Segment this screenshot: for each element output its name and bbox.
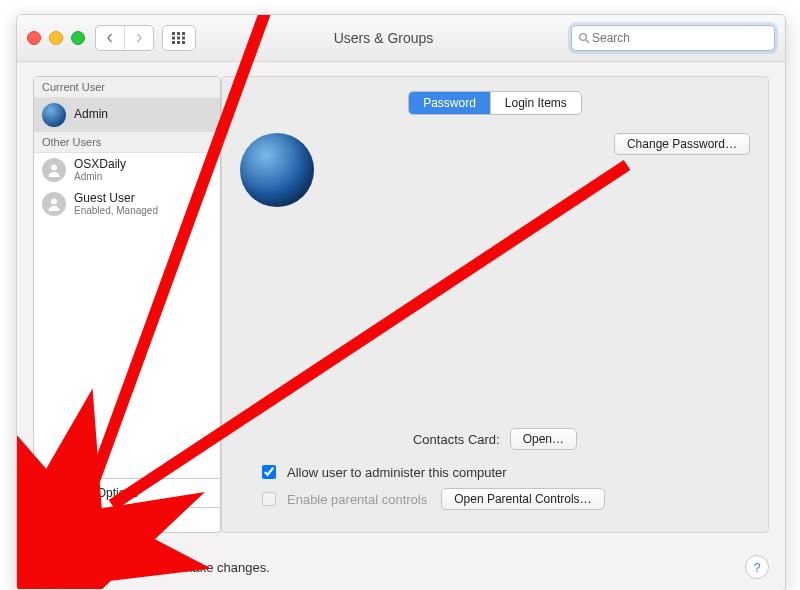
- admin-checkbox[interactable]: [262, 465, 276, 479]
- window-controls: [27, 31, 85, 45]
- content-area: Current User Admin Other Users OSXDa: [17, 62, 785, 543]
- svg-rect-1: [177, 32, 180, 35]
- change-password-button[interactable]: Change Password…: [614, 133, 750, 155]
- user-actions-button[interactable]: [92, 508, 120, 532]
- parental-checkbox[interactable]: [262, 492, 276, 506]
- search-icon: [578, 32, 590, 44]
- grid-icon: [172, 32, 186, 44]
- gear-icon: [99, 513, 113, 527]
- titlebar: Users & Groups: [17, 15, 785, 62]
- sidebar-tools: [33, 508, 221, 533]
- svg-rect-2: [182, 32, 185, 35]
- users-list: Current User Admin Other Users OSXDa: [33, 76, 221, 479]
- show-all-button[interactable]: [162, 25, 196, 51]
- tab-login-items[interactable]: Login Items: [490, 92, 581, 114]
- parental-checkbox-row: Enable parental controls Open Parental C…: [258, 488, 750, 510]
- search-input[interactable]: [590, 30, 768, 46]
- user-role: Admin: [74, 171, 126, 182]
- open-contacts-button[interactable]: Open…: [510, 428, 577, 450]
- user-row[interactable]: OSXDaily Admin: [34, 153, 220, 187]
- help-button[interactable]: ?: [745, 555, 769, 579]
- chevron-left-icon: [105, 33, 115, 43]
- admin-checkbox-label: Allow user to administer this computer: [287, 465, 507, 480]
- preferences-window: Users & Groups Current User Admin: [16, 14, 786, 590]
- add-user-button[interactable]: [34, 508, 63, 532]
- minus-icon: [71, 514, 83, 526]
- back-button[interactable]: [96, 26, 124, 50]
- home-icon: [42, 485, 58, 501]
- user-name: OSXDaily: [74, 158, 126, 171]
- tab-bar: Password Login Items: [408, 91, 582, 115]
- footer: Click the lock to make changes. ?: [17, 543, 785, 590]
- plus-icon: [42, 514, 54, 526]
- earth-avatar-icon: [42, 103, 66, 127]
- admin-checkbox-row: Allow user to administer this computer: [258, 462, 750, 482]
- search-field[interactable]: [571, 25, 775, 51]
- user-role: Enabled, Managed: [74, 205, 158, 216]
- lock-hint-text: Click the lock to make changes.: [87, 560, 270, 575]
- svg-line-18: [102, 517, 103, 518]
- user-row-current[interactable]: Admin: [34, 98, 220, 132]
- user-avatar-icon: [42, 192, 66, 216]
- svg-rect-6: [172, 41, 175, 44]
- chevron-right-icon: [134, 33, 144, 43]
- nav-back-forward: [95, 25, 154, 51]
- login-options-button[interactable]: Login Options: [33, 479, 221, 508]
- close-window-button[interactable]: [27, 31, 41, 45]
- contacts-card-row: Contacts Card: Open…: [240, 428, 750, 450]
- parental-checkbox-label: Enable parental controls: [287, 492, 427, 507]
- contacts-card-label: Contacts Card:: [413, 432, 500, 447]
- user-row[interactable]: Guest User Enabled, Managed: [34, 187, 220, 221]
- annotation-lock-highlight: [37, 545, 79, 589]
- section-other-users: Other Users: [34, 132, 220, 153]
- forward-button[interactable]: [124, 26, 153, 50]
- svg-rect-3: [172, 37, 175, 40]
- svg-line-19: [107, 522, 108, 523]
- remove-user-button[interactable]: [63, 508, 92, 532]
- svg-rect-4: [177, 37, 180, 40]
- window-title: Users & Groups: [196, 30, 571, 46]
- svg-line-10: [586, 40, 589, 43]
- zoom-window-button[interactable]: [71, 31, 85, 45]
- users-sidebar: Current User Admin Other Users OSXDa: [33, 76, 221, 533]
- svg-line-21: [107, 517, 108, 518]
- lock-icon[interactable]: [48, 555, 68, 579]
- user-detail-panel: Password Login Items Change Password… Co…: [221, 76, 769, 533]
- minimize-window-button[interactable]: [49, 31, 63, 45]
- svg-rect-7: [177, 41, 180, 44]
- user-picture[interactable]: [240, 133, 314, 207]
- svg-point-13: [103, 518, 107, 522]
- svg-rect-5: [182, 37, 185, 40]
- svg-rect-8: [182, 41, 185, 44]
- tab-password[interactable]: Password: [409, 92, 490, 114]
- svg-rect-0: [172, 32, 175, 35]
- open-parental-button[interactable]: Open Parental Controls…: [441, 488, 604, 510]
- svg-point-9: [580, 34, 587, 41]
- svg-line-20: [102, 522, 103, 523]
- section-current-user: Current User: [34, 77, 220, 98]
- user-name: Admin: [74, 108, 108, 121]
- svg-point-12: [51, 199, 57, 205]
- user-name: Guest User: [74, 192, 158, 205]
- user-avatar-icon: [42, 158, 66, 182]
- login-options-label: Login Options: [64, 486, 138, 500]
- svg-point-11: [51, 165, 57, 171]
